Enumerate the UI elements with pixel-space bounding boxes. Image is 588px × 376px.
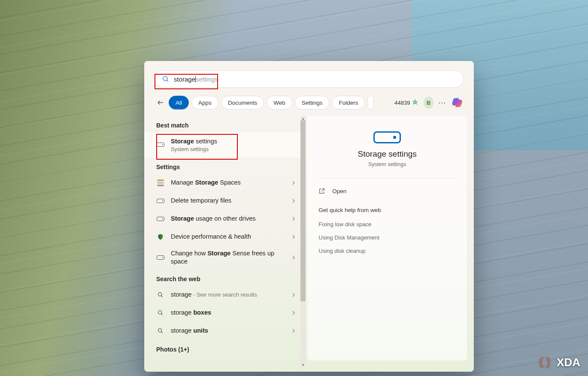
svg-line-4: [161, 295, 163, 297]
disks-icon: [156, 179, 165, 187]
tab-settings[interactable]: Settings: [295, 96, 330, 109]
chevron-right-icon: [290, 179, 297, 186]
chevron-right-icon: [290, 254, 297, 261]
back-button[interactable]: [155, 95, 166, 110]
result-title: storage - See more search results: [171, 291, 284, 299]
result-title: Delete temporary files: [171, 197, 284, 205]
section-settings: Settings: [144, 158, 306, 174]
drive-icon: [156, 255, 165, 260]
result-title: storage boxes: [171, 309, 284, 317]
search-toolbar: All Apps Documents Web Settings Folders …: [144, 93, 474, 116]
tab-documents[interactable]: Documents: [221, 96, 264, 109]
rewards-icon: [412, 99, 418, 106]
scrollbar-thumb[interactable]: [300, 120, 306, 301]
more-options-button[interactable]: ⋯: [438, 97, 447, 109]
result-storage-settings[interactable]: Storage settings System settings: [144, 132, 306, 158]
tab-all[interactable]: All: [169, 96, 189, 109]
result-device-performance[interactable]: Device performance & health: [144, 228, 306, 246]
result-title: storage units: [171, 327, 284, 335]
search-icon: [156, 309, 165, 316]
section-photos: Photos (1+): [144, 340, 306, 356]
chevron-right-icon: [290, 197, 297, 204]
copilot-button[interactable]: [452, 96, 464, 109]
xda-watermark: 〔〕 XDA: [533, 355, 580, 370]
open-action[interactable]: Open: [318, 178, 456, 203]
chevron-right-icon: [290, 327, 297, 334]
copilot-icon: [452, 97, 464, 109]
chevron-right-icon: [290, 309, 297, 316]
tabs-scroll-right[interactable]: [376, 96, 389, 109]
shield-icon: [156, 233, 165, 241]
drive-icon: [156, 143, 165, 147]
search-suggested-text: settings: [196, 76, 218, 83]
tab-folders[interactable]: Folders: [332, 96, 365, 109]
search-bar-container: storage settings: [144, 61, 474, 93]
help-link-disk-cleanup[interactable]: Using disk cleanup: [318, 244, 456, 258]
svg-point-5: [158, 310, 162, 314]
result-storage-sense[interactable]: Change how Storage Sense frees up space: [144, 246, 306, 270]
svg-line-6: [161, 313, 163, 315]
svg-line-8: [161, 331, 163, 333]
user-avatar[interactable]: B: [424, 97, 433, 109]
svg-line-1: [167, 80, 168, 82]
arrow-left-icon: [157, 99, 164, 106]
results-column: Best match Storage settings System setti…: [144, 116, 306, 367]
open-label: Open: [332, 188, 346, 194]
result-subtitle: System settings: [171, 146, 297, 152]
drive-icon: [156, 199, 165, 203]
tab-more-clipped[interactable]: [367, 96, 374, 109]
preview-column: Storage settings System settings Open Ge…: [306, 116, 474, 367]
preview-title: Storage settings: [358, 149, 417, 159]
result-web-storage[interactable]: storage - See more search results: [144, 286, 306, 304]
help-link-low-disk[interactable]: Fixing low disk space: [318, 218, 456, 231]
search-typed-text: storage: [174, 76, 195, 83]
result-web-storage-boxes[interactable]: storage boxes: [144, 304, 306, 322]
search-text: storage settings: [174, 76, 456, 83]
search-icon: [156, 327, 165, 334]
result-title: Change how Storage Sense frees up space: [171, 249, 284, 266]
chevron-right-icon: [290, 215, 297, 222]
drive-icon: [156, 217, 165, 221]
help-title: Get quick help from web: [318, 203, 456, 218]
tab-apps[interactable]: Apps: [191, 96, 218, 109]
search-icon: [162, 75, 170, 83]
storage-large-icon: [373, 131, 401, 143]
result-title: Storage settings: [171, 137, 297, 146]
result-delete-temp-files[interactable]: Delete temporary files: [144, 192, 306, 210]
result-storage-usage[interactable]: Storage usage on other drives: [144, 210, 306, 228]
search-input[interactable]: storage settings: [155, 70, 464, 88]
svg-point-3: [158, 292, 162, 296]
section-search-web: Search the web: [144, 270, 306, 286]
points-value: 44839: [394, 100, 410, 106]
bracket-icon: 〔〕: [533, 355, 556, 370]
result-manage-storage-spaces[interactable]: Manage Storage Spaces: [144, 174, 306, 192]
chevron-right-icon: [290, 291, 297, 298]
svg-point-0: [163, 76, 167, 81]
result-title: Manage Storage Spaces: [171, 179, 284, 187]
result-web-storage-units[interactable]: storage units: [144, 322, 306, 340]
preview-subtitle: System settings: [368, 161, 406, 167]
search-panel: storage settings All Apps Documents Web …: [144, 61, 474, 372]
tab-web[interactable]: Web: [267, 96, 292, 109]
help-link-disk-management[interactable]: Using Disk Management: [318, 231, 456, 244]
result-title: Storage usage on other drives: [171, 215, 284, 223]
open-icon: [318, 188, 325, 194]
rewards-points[interactable]: 44839: [394, 99, 418, 106]
preview-card: Storage settings System settings Open Ge…: [307, 116, 467, 361]
chevron-right-icon: [290, 233, 297, 240]
svg-point-7: [158, 328, 162, 332]
search-icon: [156, 291, 165, 298]
section-best-match: Best match: [144, 116, 306, 132]
watermark-text: XDA: [557, 356, 580, 369]
scroll-down-icon[interactable]: ▾: [300, 362, 306, 367]
result-title: Device performance & health: [171, 233, 284, 241]
content-area: Best match Storage settings System setti…: [144, 116, 474, 367]
